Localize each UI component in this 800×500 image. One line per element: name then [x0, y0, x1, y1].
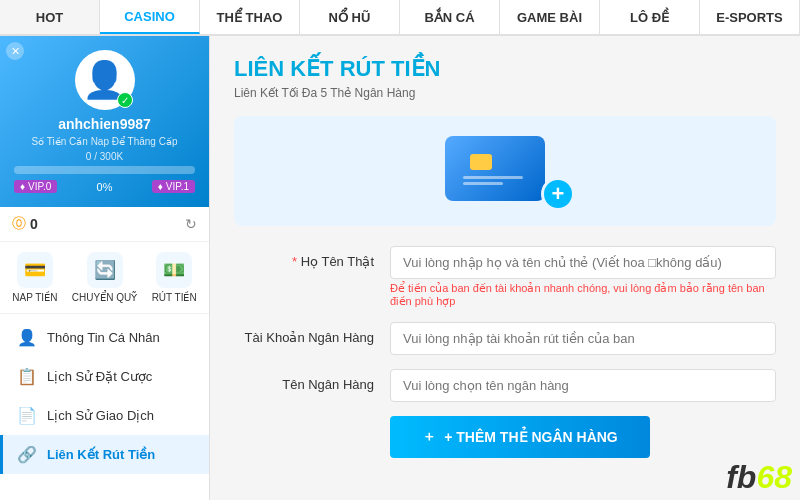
card-add-circle: +	[541, 177, 575, 211]
add-bank-button[interactable]: ＋ + THÊM THẺ NGÂN HÀNG	[390, 416, 650, 458]
balance-row: ⓪ 0 ↻	[0, 207, 209, 242]
upgrade-text: Số Tiền Cần Nap Để Thăng Cấp	[14, 136, 195, 147]
ten-ngan-hang-label: Tên Ngân Hàng	[234, 369, 374, 392]
rut-tien-label: RÚT TIỀN	[152, 292, 197, 303]
card-chip	[470, 154, 492, 170]
sidebar-item-thong-tin[interactable]: 👤 Thông Tin Cá Nhân	[0, 318, 209, 357]
nav-no-hu[interactable]: NỔ HŨ	[300, 0, 400, 34]
vip-badge: ♦ VIP.0	[14, 180, 57, 193]
chuyen-quy-action[interactable]: 🔄 CHUYỂN QUỸ	[70, 252, 140, 303]
page-subtitle: Liên Kết Tối Đa 5 Thẻ Ngân Hàng	[234, 86, 776, 100]
content-area: LIÊN KẾT RÚT TIỀN Liên Kết Tối Đa 5 Thẻ …	[210, 36, 800, 500]
chuyen-quy-label: CHUYỂN QUỸ	[72, 292, 137, 303]
main-layout: ✕ 👤 ✓ anhchien9987 Số Tiền Cần Nap Để Th…	[0, 36, 800, 500]
ho-ten-label: * Họ Tên Thật	[234, 246, 374, 269]
ho-ten-input[interactable]	[390, 246, 776, 279]
lich-su-cuoc-icon: 📋	[17, 367, 37, 386]
top-navigation: HOT CASINO THỂ THAO NỔ HŨ BẮN CÁ GAME BÀ…	[0, 0, 800, 36]
progress-bar	[14, 166, 195, 174]
lich-su-gd-label: Lịch Sử Giao Dịch	[47, 408, 154, 423]
sidebar-menu: 👤 Thông Tin Cá Nhân 📋 Lịch Sử Đặt Cược 📄…	[0, 314, 209, 478]
sidebar-item-lien-ket-rut-tien[interactable]: 🔗 Liên Kết Rút Tiền	[0, 435, 209, 474]
nap-tien-action[interactable]: 💳 NAP TIỀN	[0, 252, 70, 303]
nav-hot[interactable]: HOT	[0, 0, 100, 34]
watermark-fb: fb	[726, 459, 756, 495]
thong-tin-icon: 👤	[17, 328, 37, 347]
watermark: fb68	[726, 459, 792, 496]
ten-ngan-hang-input[interactable]	[390, 369, 776, 402]
chuyen-quy-icon: 🔄	[87, 252, 123, 288]
nav-the-thao[interactable]: THỂ THAO	[200, 0, 300, 34]
rut-tien-icon: 💵	[156, 252, 192, 288]
card-lines	[463, 176, 523, 185]
sidebar-item-lich-su-giao-dich[interactable]: 📄 Lịch Sử Giao Dịch	[0, 396, 209, 435]
close-button[interactable]: ✕	[6, 42, 24, 60]
nav-lo-de[interactable]: LÔ ĐỀ	[600, 0, 700, 34]
thong-tin-label: Thông Tin Cá Nhân	[47, 330, 160, 345]
balance-amount: 0	[30, 216, 181, 232]
field-ho-ten: * Họ Tên Thật Để tiền của ban đến tài kh…	[234, 246, 776, 308]
lich-su-gd-icon: 📄	[17, 406, 37, 425]
ho-ten-hint: Để tiền của ban đến tài khoản nhanh chón…	[390, 282, 776, 308]
nap-tien-icon: 💳	[17, 252, 53, 288]
tai-khoan-label: Tài Khoản Ngân Hàng	[234, 322, 374, 345]
ho-ten-wrapper: Để tiền của ban đến tài khoản nhanh chón…	[390, 246, 776, 308]
coin-icon: ⓪	[12, 215, 26, 233]
nav-e-sports[interactable]: E-SPORTS	[700, 0, 800, 34]
lich-su-cuoc-label: Lịch Sử Đặt Cược	[47, 369, 152, 384]
card-line-1	[463, 176, 523, 179]
card-body	[445, 136, 545, 201]
nap-tien-label: NAP TIỀN	[12, 292, 57, 303]
quick-actions: 💳 NAP TIỀN 🔄 CHUYỂN QUỸ 💵 RÚT TIỀN	[0, 242, 209, 314]
nav-ban-ca[interactable]: BẮN CÁ	[400, 0, 500, 34]
field-tai-khoan: Tài Khoản Ngân Hàng	[234, 322, 776, 355]
page-title: LIÊN KẾT RÚT TIỀN	[234, 56, 776, 82]
vip-percent: 0%	[97, 181, 113, 193]
nav-game-bai[interactable]: GAME BÀI	[500, 0, 600, 34]
watermark-68: 68	[756, 459, 792, 495]
nav-casino[interactable]: CASINO	[100, 0, 200, 34]
ten-ngan-hang-wrapper	[390, 369, 776, 402]
refresh-icon[interactable]: ↻	[185, 216, 197, 232]
verified-badge: ✓	[117, 92, 133, 108]
diamond-icon: ♦	[20, 181, 25, 192]
vip-next-label: VIP.1	[166, 181, 189, 192]
add-bank-label: + THÊM THẺ NGÂN HÀNG	[444, 429, 618, 445]
vip-row: ♦ VIP.0 0% ♦ VIP.1	[14, 180, 195, 193]
sidebar: ✕ 👤 ✓ anhchien9987 Số Tiền Cần Nap Để Th…	[0, 36, 210, 500]
avatar: 👤 ✓	[75, 50, 135, 110]
progress-text: 0 / 300K	[14, 151, 195, 162]
sidebar-item-lich-su-cuoc[interactable]: 📋 Lịch Sử Đặt Cược	[0, 357, 209, 396]
username: anhchien9987	[14, 116, 195, 132]
card-svg: +	[435, 131, 575, 211]
tai-khoan-wrapper	[390, 322, 776, 355]
profile-card: ✕ 👤 ✓ anhchien9987 Số Tiền Cần Nap Để Th…	[0, 36, 209, 207]
required-star: *	[292, 254, 301, 269]
card-line-2	[463, 182, 503, 185]
vip-current-label: VIP.0	[28, 181, 51, 192]
rut-tien-action[interactable]: 💵 RÚT TIỀN	[139, 252, 209, 303]
lien-ket-icon: 🔗	[17, 445, 37, 464]
lien-ket-label: Liên Kết Rút Tiền	[47, 447, 155, 462]
vip-next-badge: ♦ VIP.1	[152, 180, 195, 193]
field-ten-ngan-hang: Tên Ngân Hàng	[234, 369, 776, 402]
add-icon: ＋	[422, 428, 436, 446]
bank-card-illustration: +	[234, 116, 776, 226]
tai-khoan-input[interactable]	[390, 322, 776, 355]
diamond-next-icon: ♦	[158, 181, 163, 192]
